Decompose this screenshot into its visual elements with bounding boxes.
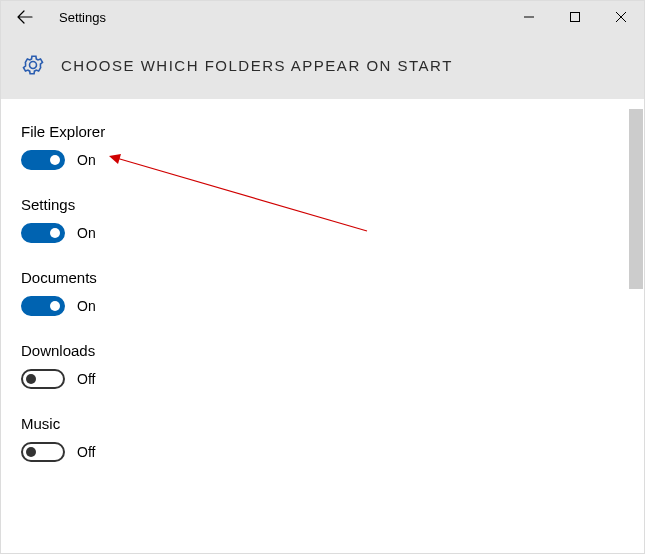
titlebar: Settings bbox=[1, 1, 644, 33]
toggle-row: Off bbox=[21, 442, 624, 462]
back-button[interactable] bbox=[1, 1, 49, 33]
page-header: CHOOSE WHICH FOLDERS APPEAR ON START bbox=[1, 33, 644, 99]
minimize-icon bbox=[524, 12, 534, 22]
toggle-row: On bbox=[21, 296, 624, 316]
gear-icon bbox=[21, 53, 45, 77]
setting-label: File Explorer bbox=[21, 123, 624, 140]
svg-rect-1 bbox=[571, 13, 580, 22]
toggle-knob bbox=[26, 374, 36, 384]
toggle-state-label: On bbox=[77, 225, 96, 241]
minimize-button[interactable] bbox=[506, 1, 552, 33]
toggle-downloads[interactable] bbox=[21, 369, 65, 389]
setting-item-downloads: Downloads Off bbox=[21, 342, 624, 389]
setting-label: Downloads bbox=[21, 342, 624, 359]
page-title: CHOOSE WHICH FOLDERS APPEAR ON START bbox=[61, 57, 453, 74]
toggle-knob bbox=[50, 228, 60, 238]
maximize-button[interactable] bbox=[552, 1, 598, 33]
toggle-file-explorer[interactable] bbox=[21, 150, 65, 170]
toggle-row: On bbox=[21, 150, 624, 170]
setting-item-documents: Documents On bbox=[21, 269, 624, 316]
caption-buttons bbox=[506, 1, 644, 33]
content-area: File Explorer On Settings On Documents O… bbox=[1, 99, 644, 553]
back-arrow-icon bbox=[17, 9, 33, 25]
toggle-state-label: Off bbox=[77, 444, 95, 460]
scrollbar-thumb[interactable] bbox=[629, 109, 643, 289]
toggle-state-label: Off bbox=[77, 371, 95, 387]
close-button[interactable] bbox=[598, 1, 644, 33]
toggle-documents[interactable] bbox=[21, 296, 65, 316]
toggle-knob bbox=[50, 301, 60, 311]
setting-item-settings: Settings On bbox=[21, 196, 624, 243]
setting-label: Music bbox=[21, 415, 624, 432]
toggle-row: On bbox=[21, 223, 624, 243]
toggle-row: Off bbox=[21, 369, 624, 389]
window-title: Settings bbox=[49, 10, 506, 25]
close-icon bbox=[616, 12, 626, 22]
setting-label: Settings bbox=[21, 196, 624, 213]
toggle-settings[interactable] bbox=[21, 223, 65, 243]
setting-item-music: Music Off bbox=[21, 415, 624, 462]
toggle-knob bbox=[26, 447, 36, 457]
maximize-icon bbox=[570, 12, 580, 22]
setting-item-file-explorer: File Explorer On bbox=[21, 123, 624, 170]
toggle-music[interactable] bbox=[21, 442, 65, 462]
toggle-state-label: On bbox=[77, 298, 96, 314]
toggle-knob bbox=[50, 155, 60, 165]
toggle-state-label: On bbox=[77, 152, 96, 168]
setting-label: Documents bbox=[21, 269, 624, 286]
